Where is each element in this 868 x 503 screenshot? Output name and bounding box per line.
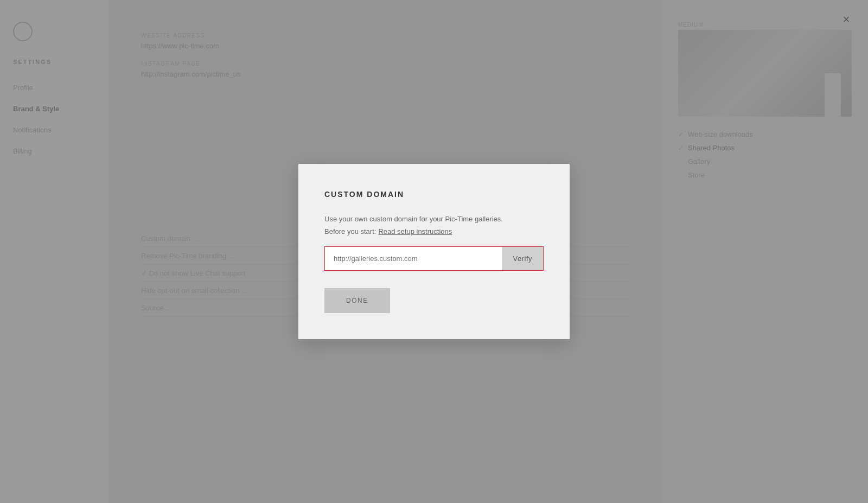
modal-description: Use your own custom domain for your Pic-…: [324, 214, 544, 225]
before-start-label: Before you start:: [324, 227, 376, 235]
read-setup-link[interactable]: Read setup instructions: [378, 227, 452, 235]
domain-input[interactable]: [325, 247, 502, 270]
domain-input-container: Verify: [324, 246, 544, 271]
modal-overlay: CUSTOM DOMAIN Use your own custom domain…: [0, 0, 868, 503]
done-button[interactable]: DONE: [324, 288, 390, 313]
custom-domain-modal: CUSTOM DOMAIN Use your own custom domain…: [298, 164, 570, 339]
modal-title: CUSTOM DOMAIN: [324, 190, 544, 199]
verify-button[interactable]: Verify: [502, 247, 543, 270]
page-close-button[interactable]: ×: [838, 11, 855, 28]
before-start-row: Before you start: Read setup instruction…: [324, 227, 544, 235]
